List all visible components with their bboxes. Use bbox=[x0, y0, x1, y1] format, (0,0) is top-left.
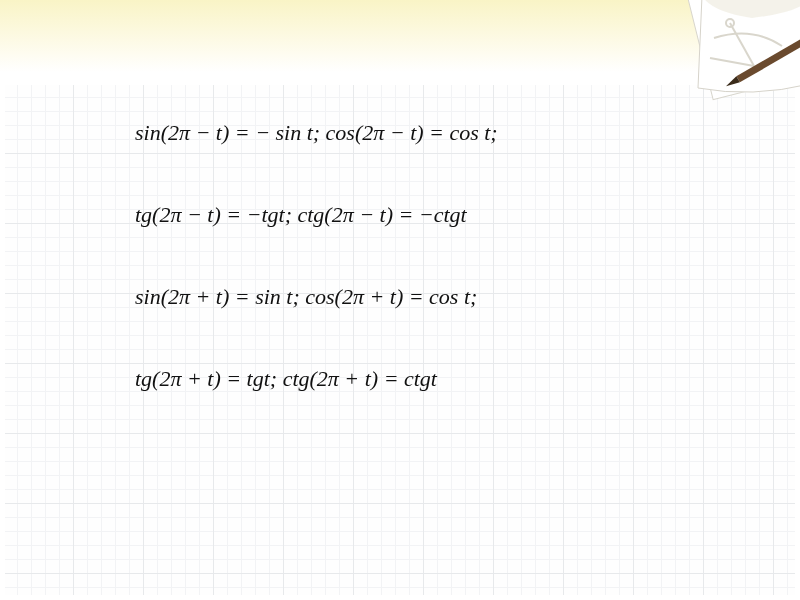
notepad-pencil-icon bbox=[602, 0, 800, 118]
formula-line-3: sin(2π + t) = sin t; cos(2π + t) = cos t… bbox=[135, 284, 498, 310]
formula-line-2: tg(2π − t) = −tgt; ctg(2π − t) = −ctgt bbox=[135, 202, 498, 228]
formula-line-1: sin(2π − t) = − sin t; cos(2π − t) = cos… bbox=[135, 120, 498, 146]
formula-line-4: tg(2π + t) = tgt; ctg(2π + t) = ctgt bbox=[135, 366, 498, 392]
formula-block: sin(2π − t) = − sin t; cos(2π − t) = cos… bbox=[135, 120, 498, 448]
